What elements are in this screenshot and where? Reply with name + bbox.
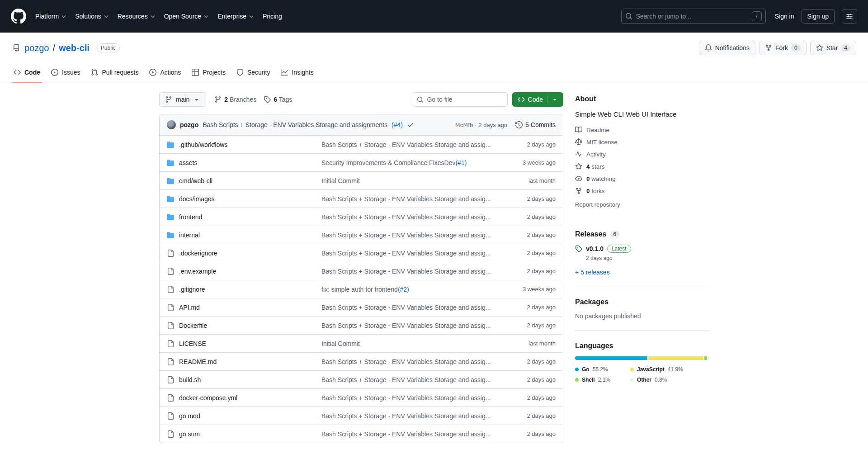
commit-hash-link[interactable]: f4cf4fb — [455, 122, 473, 128]
tags-link[interactable]: 6 Tags — [264, 96, 292, 103]
pr-link[interactable]: (#2) — [398, 286, 409, 293]
nav-item-platform[interactable]: Platform — [35, 13, 66, 20]
tab-actions[interactable]: Actions — [144, 61, 186, 83]
activity-link[interactable]: Activity — [575, 151, 709, 158]
readme-link[interactable]: Readme — [575, 126, 709, 133]
tab-label: Pull requests — [102, 69, 138, 76]
commit-history-link[interactable]: 5 Commits — [515, 121, 556, 128]
file-name-link[interactable]: Dockerfile — [179, 322, 207, 329]
file-name-link[interactable]: API.md — [179, 304, 200, 311]
row-commit-message-link[interactable]: Bash Scripts + Storage - ENV Variables S… — [321, 141, 491, 148]
language-link[interactable]: Other 0.8% — [630, 377, 683, 383]
file-name-link[interactable]: cmd/web-cli — [179, 177, 212, 184]
graph-icon — [281, 69, 288, 76]
go-to-file-input[interactable] — [427, 96, 503, 103]
project-icon — [192, 69, 199, 76]
language-link[interactable]: JavaScript 41.9% — [630, 366, 683, 373]
file-name-link[interactable]: build.sh — [179, 376, 201, 383]
file-name-link[interactable]: LICENSE — [179, 340, 206, 347]
row-commit-message-link[interactable]: Security Improvements & Compliance Fixes… — [321, 159, 455, 166]
language-color-dot — [575, 378, 579, 382]
file-name-link[interactable]: docker-compose.yml — [179, 394, 237, 402]
file-name-link[interactable]: .gitignore — [179, 286, 205, 293]
global-search[interactable]: / — [621, 9, 766, 24]
file-icon — [167, 358, 174, 365]
watching-link[interactable]: 0 watching — [575, 175, 709, 182]
commit-message-link[interactable]: Bash Scripts + Storage - ENV Variables S… — [203, 121, 387, 128]
more-releases-link[interactable]: + 5 releases — [575, 269, 709, 276]
search-input[interactable] — [636, 13, 748, 20]
row-commit-message-link[interactable]: Bash Scripts + Storage - ENV Variables S… — [321, 394, 491, 402]
file-name-link[interactable]: go.sum — [179, 430, 200, 438]
file-name-link[interactable]: .github/workflows — [179, 141, 227, 148]
sign-in-link[interactable]: Sign in — [775, 13, 794, 20]
pr-link[interactable]: (#4) — [392, 121, 403, 128]
language-percent: 0.8% — [655, 377, 667, 383]
fork-label: Fork — [775, 44, 788, 52]
file-name-link[interactable]: frontend — [179, 213, 202, 221]
stars-link[interactable]: 4 stars — [575, 163, 709, 170]
row-commit-message-link[interactable]: Bash Scripts + Storage - ENV Variables S… — [321, 232, 491, 239]
file-name-link[interactable]: go.mod — [179, 412, 200, 420]
latest-release-link[interactable]: v0.1.0 Latest — [575, 245, 709, 253]
history-icon — [515, 121, 523, 128]
pulse-icon — [575, 151, 582, 158]
tab-projects[interactable]: Projects — [186, 61, 231, 83]
pr-link[interactable]: (#1) — [455, 159, 467, 166]
license-link[interactable]: MIT license — [575, 138, 709, 146]
file-name-link[interactable]: README.md — [179, 358, 217, 365]
tab-insights[interactable]: Insights — [275, 61, 319, 83]
repo-name-link[interactable]: web-cli — [59, 43, 90, 53]
nav-item-solutions[interactable]: Solutions — [75, 13, 108, 20]
branches-link[interactable]: 2 Branches — [214, 96, 256, 103]
row-commit-message-link[interactable]: Bash Scripts + Storage - ENV Variables S… — [321, 304, 491, 311]
language-link[interactable]: Go 55.2% — [575, 366, 620, 373]
file-name-link[interactable]: assets — [179, 159, 197, 166]
forks-link[interactable]: 0 forks — [575, 187, 709, 194]
tab-pull-requests[interactable]: Pull requests — [85, 61, 144, 83]
appearance-settings-button[interactable] — [842, 9, 857, 24]
row-commit-message-link[interactable]: Initial Commit — [321, 340, 360, 347]
notifications-button[interactable]: Notifications — [699, 41, 755, 55]
file-name-link[interactable]: docs/images — [179, 195, 215, 203]
row-commit-message-link[interactable]: Bash Scripts + Storage - ENV Variables S… — [321, 250, 491, 257]
nav-item-pricing[interactable]: Pricing — [263, 13, 282, 20]
nav-item-resources[interactable]: Resources — [118, 13, 155, 20]
row-commit-message-link[interactable]: Bash Scripts + Storage - ENV Variables S… — [321, 430, 491, 438]
github-logo[interactable] — [11, 9, 26, 24]
avatar[interactable] — [167, 120, 176, 129]
commit-author-link[interactable]: pozgo — [180, 121, 198, 128]
sign-up-button[interactable]: Sign up — [802, 9, 835, 24]
row-commit-message-link[interactable]: Bash Scripts + Storage - ENV Variables S… — [321, 268, 491, 275]
tab-issues[interactable]: Issues — [46, 61, 85, 83]
repo-owner-link[interactable]: pozgo — [24, 43, 49, 53]
fork-button[interactable]: Fork 0 — [759, 41, 807, 55]
folder-icon — [167, 177, 174, 184]
tab-label: Security — [247, 69, 270, 76]
file-name-link[interactable]: internal — [179, 232, 200, 239]
check-status-icon[interactable] — [407, 121, 414, 128]
row-commit-message-link[interactable]: fix: simple auth for frontend — [321, 286, 398, 293]
commit-meta: f4cf4fb · 2 days ago 5 Commits — [455, 121, 556, 128]
star-button[interactable]: Star 4 — [810, 41, 856, 55]
tab-code[interactable]: Code — [8, 61, 46, 83]
nav-item-open-source[interactable]: Open Source — [164, 13, 209, 20]
branch-selector-button[interactable]: main — [159, 92, 206, 107]
go-to-file-box[interactable] — [412, 92, 508, 107]
about-item-label: Activity — [586, 151, 606, 158]
row-commit-message-link[interactable]: Initial Commit — [321, 177, 360, 184]
file-name-link[interactable]: .dockerignore — [179, 250, 217, 257]
file-name-link[interactable]: .env.example — [179, 268, 216, 275]
row-commit-message-link[interactable]: Bash Scripts + Storage - ENV Variables S… — [321, 376, 491, 383]
nav-item-enterprise[interactable]: Enterprise — [217, 13, 254, 20]
language-link[interactable]: Shell 2.1% — [575, 377, 620, 383]
folder-icon — [167, 195, 174, 203]
row-commit-message-link[interactable]: Bash Scripts + Storage - ENV Variables S… — [321, 322, 491, 329]
row-commit-message-link[interactable]: Bash Scripts + Storage - ENV Variables S… — [321, 358, 491, 365]
report-repository-link[interactable]: Report repository — [575, 201, 709, 208]
tab-security[interactable]: Security — [231, 61, 276, 83]
row-commit-message-link[interactable]: Bash Scripts + Storage - ENV Variables S… — [321, 195, 491, 203]
row-commit-message-link[interactable]: Bash Scripts + Storage - ENV Variables S… — [321, 412, 491, 420]
row-commit-message-link[interactable]: Bash Scripts + Storage - ENV Variables S… — [321, 213, 491, 221]
code-download-button[interactable]: Code — [512, 92, 563, 107]
